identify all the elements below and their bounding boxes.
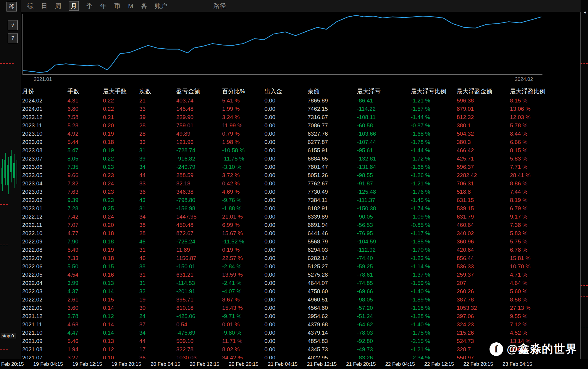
- menu-item-年[interactable]: 年: [100, 2, 106, 10]
- price-line-dash: [0, 245, 8, 245]
- cell: 0.00: [264, 255, 308, 261]
- menu-item-月[interactable]: 月: [69, 1, 79, 11]
- cell: 0.00: [264, 346, 308, 353]
- cell: 2021.10: [22, 330, 67, 336]
- cell: 0.79 %: [222, 131, 264, 137]
- help-button[interactable]: ?: [8, 33, 18, 43]
- menu-item-综[interactable]: 综: [27, 2, 33, 10]
- menu-item-周[interactable]: 周: [55, 2, 61, 10]
- cell: 7762.67: [308, 180, 357, 187]
- cell: 0.23: [103, 197, 139, 203]
- cell: 4379.68: [308, 321, 357, 328]
- cell: -111.37: [357, 197, 411, 203]
- cell: 504.32: [457, 131, 510, 137]
- cell: 425.71: [457, 155, 510, 162]
- cell: -1.44 %: [411, 114, 457, 121]
- check-button[interactable]: √: [8, 20, 18, 30]
- cell: -1.40 %: [411, 288, 457, 295]
- cell: 7.42: [67, 214, 103, 220]
- cell: -2.15 %: [411, 338, 457, 344]
- cell: 0.00: [264, 354, 308, 359]
- cell: 5.28: [67, 122, 103, 129]
- cell: 0.00: [264, 197, 308, 203]
- time-label: 22 Feb 20:15: [463, 361, 493, 367]
- cell: 5.47: [67, 147, 103, 154]
- cell: -83.26: [357, 354, 411, 359]
- cell: 4.69 %: [222, 189, 264, 195]
- menu-item-路径[interactable]: 路径: [214, 2, 226, 10]
- cell: -1.45 %: [411, 197, 457, 203]
- cell: 7730.49: [308, 189, 357, 195]
- cell: 387.78: [457, 296, 510, 303]
- scroll-left-arrow-icon[interactable]: ◄: [583, 10, 587, 15]
- cell: 21: [139, 97, 176, 104]
- cell: -1.68 %: [411, 164, 457, 170]
- menu-item-币[interactable]: 币: [114, 2, 120, 10]
- cell: 2.78: [67, 313, 103, 320]
- cell: 7.32: [67, 180, 103, 187]
- cell: 0.20: [103, 122, 139, 129]
- menu-item-日[interactable]: 日: [41, 2, 47, 10]
- cell: -9.71 %: [222, 313, 264, 320]
- cell: -1.40 %: [411, 321, 457, 328]
- table-row: 2023.095.440.1833121.961.98 %0.006277.87…: [21, 138, 580, 146]
- cell: 324.23: [457, 321, 510, 328]
- cell: -78.03: [357, 330, 411, 336]
- cell: 340.02: [457, 230, 510, 237]
- column-header: 最大浮盈金额: [457, 87, 510, 95]
- cell: -1.59 %: [411, 280, 457, 286]
- cell: 0.00: [264, 222, 308, 228]
- cell: 8.19 %: [510, 197, 580, 203]
- cell: -49.73: [357, 346, 411, 353]
- column-header: 最大浮盈比例: [510, 87, 580, 95]
- cell: 6.78 %: [510, 247, 580, 253]
- cell: 2022.11: [22, 222, 67, 228]
- table-row: 2023.037.630.2336346.384.69 %0.007730.49…: [21, 188, 580, 196]
- cell: 4.68: [67, 321, 103, 328]
- cell: 0.15: [103, 296, 139, 303]
- cell: 4345.73: [308, 346, 357, 353]
- cell: 0.00: [264, 214, 308, 220]
- cell: 2021.08: [22, 346, 67, 353]
- menu-item-季[interactable]: 季: [86, 2, 93, 10]
- table-row: 2022.104.770.1828872.6715.67 %0.006441.4…: [21, 229, 580, 238]
- cell: -1.75 %: [411, 330, 457, 336]
- cell: 631.79: [457, 214, 510, 220]
- menu-item-账户[interactable]: 账户: [155, 2, 167, 10]
- cell: 13.59 %: [222, 272, 264, 278]
- cell: 8.05: [67, 155, 103, 162]
- time-axis: Feb 20:1519 Feb 04:1519 Feb 12:1519 Feb …: [0, 359, 588, 369]
- cell: 5568.79: [308, 238, 357, 245]
- cell: 7.44 %: [510, 189, 580, 195]
- cell: -1.18 %: [411, 305, 457, 311]
- move-button[interactable]: 移: [7, 2, 17, 12]
- table-row: 2021.114.680.14370.540.01 %0.004379.68-6…: [21, 320, 580, 329]
- cell: -798.80: [176, 197, 222, 203]
- monthly-report-panel: 2021.01 2024.02 月份手数最大手数次数盈亏金额百分比%出入金余额最…: [21, 12, 581, 359]
- cell: 31: [139, 272, 176, 278]
- cell: -4.07 %: [222, 288, 264, 295]
- cell: 879.01: [457, 106, 510, 112]
- menu-item-M[interactable]: M: [128, 2, 133, 9]
- cell: 0.16: [103, 272, 139, 278]
- column-header: 余额: [308, 87, 357, 95]
- cell: 596.38: [457, 97, 510, 104]
- cell: 8.15 %: [510, 97, 580, 104]
- cell: 0.22: [103, 106, 139, 112]
- cell: -64.62: [357, 321, 411, 328]
- cell: 33: [139, 106, 176, 112]
- cell: -1.28 %: [411, 313, 457, 320]
- cell: 8.02 %: [222, 346, 264, 353]
- cell: 0.00: [264, 263, 308, 270]
- cell: 0.12: [103, 346, 139, 353]
- cell: -1.21 %: [411, 346, 457, 353]
- cell: 0.00: [264, 247, 308, 253]
- cell: 2024.01: [22, 106, 67, 112]
- cell: 7801.47: [308, 164, 357, 170]
- cell: -114.53: [176, 280, 222, 286]
- time-label: 20 Feb 12:15: [190, 361, 219, 367]
- cell: 395.71: [176, 296, 222, 303]
- cell: 7.28: [67, 205, 103, 212]
- cell: 0.22: [103, 155, 139, 162]
- menu-item-备[interactable]: 备: [141, 2, 147, 10]
